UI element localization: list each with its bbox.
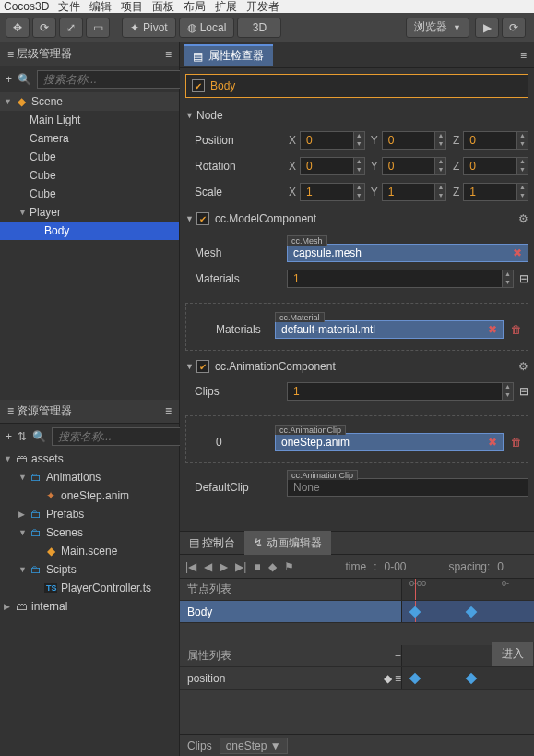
clips-count-input[interactable] (287, 382, 514, 401)
clear-icon[interactable]: ✖ (488, 323, 497, 336)
keyframe[interactable] (466, 606, 478, 618)
model-component-header[interactable]: ▼✔cc.ModelComponent⚙ (185, 209, 528, 229)
add-node-button[interactable]: + (6, 73, 12, 86)
node-name[interactable]: Body (210, 79, 235, 92)
hierarchy-item[interactable]: Main Light (0, 111, 179, 129)
assets-tools: + ⇅ 🔍 ⤢ ⟳ (0, 424, 179, 450)
mesh-asset-field[interactable]: capsule.mesh✖ (287, 244, 528, 262)
console-tab[interactable]: ▤ 控制台 (180, 531, 244, 555)
play-button[interactable]: ▶ (475, 18, 499, 38)
default-clip-field[interactable]: None (287, 478, 528, 497)
enter-edit-mode-button[interactable]: 进入 (492, 642, 534, 666)
spinner-up[interactable]: ▲ (353, 132, 364, 140)
panel-menu-icon[interactable]: ≡ (520, 49, 534, 62)
asset-row[interactable]: ▼🗃assets (0, 450, 179, 468)
sort-icon[interactable]: ⇅ (18, 430, 27, 443)
asset-row[interactable]: ▶🗀Prefabs (0, 505, 179, 523)
anim-editor-icon: ↯ (254, 536, 263, 549)
hierarchy-item-body[interactable]: Body (0, 222, 179, 240)
animation-component-header[interactable]: ▼✔cc.AnimationComponent⚙ (185, 356, 528, 377)
menu-bar: Cocos3D 文件 编辑 项目 面板 布局 扩展 开发者 (0, 0, 534, 13)
menu-file[interactable]: 文件 (58, 0, 80, 15)
time-label: time (346, 560, 367, 573)
hierarchy-search-input[interactable] (37, 70, 189, 89)
scene-root-row[interactable]: ▼◆Scene (0, 92, 179, 111)
materials-count-input[interactable] (287, 270, 514, 288)
clip-asset-field[interactable]: oneStep.anim✖ (275, 433, 504, 451)
material-asset-field[interactable]: default-material.mtl✖ (275, 320, 504, 339)
hierarchy-item-player[interactable]: ▼Player (0, 203, 179, 222)
inspector-tab[interactable]: ▤属性检查器 (184, 44, 273, 66)
gear-icon[interactable]: ⚙ (518, 360, 528, 373)
add-asset-button[interactable]: + (6, 430, 12, 443)
hierarchy-item[interactable]: Cube (0, 166, 179, 185)
gear-icon[interactable]: ⚙ (518, 212, 528, 225)
pivot-toggle[interactable]: ✦Pivot (122, 18, 176, 38)
hierarchy-tools: + 🔍 ⤢ ⟳ (0, 66, 179, 92)
stop-button[interactable]: ■ (254, 560, 260, 573)
panel-menu-icon[interactable]: ≡ (165, 48, 172, 61)
add-event-button[interactable]: ⚑ (284, 560, 294, 573)
material-element-row: Materials cc.Material default-material.m… (192, 318, 522, 341)
trash-icon[interactable]: 🗑 (511, 436, 522, 449)
trash-icon[interactable]: 🗑 (511, 323, 522, 336)
rect-tool-button[interactable]: ▭ (86, 18, 110, 38)
anim-enabled-checkbox[interactable]: ✔ (196, 360, 209, 373)
refresh-button[interactable]: ⟳ (502, 18, 526, 38)
node-enabled-checkbox[interactable]: ✔ (192, 79, 205, 92)
mode-toggle[interactable]: 3D (237, 18, 281, 38)
asset-row[interactable]: ▼🗀Scipts (0, 560, 179, 579)
menu-panel[interactable]: 面板 (152, 0, 174, 15)
animation-editor-tab[interactable]: ↯ 动画编辑器 (244, 531, 330, 555)
collapse-array-icon[interactable]: ⊟ (519, 385, 528, 398)
menu-project[interactable]: 项目 (121, 0, 143, 15)
clear-icon[interactable]: ✖ (488, 436, 497, 449)
asset-row[interactable]: ▼🗀Animations (0, 468, 179, 486)
timeline-ruler[interactable]: 0-00 0- (401, 579, 534, 600)
add-keyframe-button[interactable]: ◆ (268, 560, 277, 573)
hierarchy-item[interactable]: Cube (0, 148, 179, 166)
preview-target-dropdown[interactable]: 浏览器▼ (406, 18, 469, 38)
timeline-node-row-body[interactable]: Body (180, 601, 534, 623)
model-enabled-checkbox[interactable]: ✔ (196, 212, 209, 225)
asset-row-scene[interactable]: ◆Main.scene (0, 542, 179, 560)
spacing-value: 0 (497, 560, 504, 573)
keyframe[interactable] (409, 606, 421, 618)
prev-frame-button[interactable]: ◀ (204, 560, 212, 573)
menu-edit[interactable]: 编辑 (89, 0, 112, 15)
position-track[interactable] (401, 667, 534, 689)
hierarchy-item[interactable]: Camera (0, 129, 179, 148)
body-track[interactable] (401, 601, 534, 622)
local-toggle[interactable]: ◍Local (179, 18, 235, 38)
inspector-body: ✔ Body ▼Node Position X ▲▼ Y ▲▼ Z ▲▼ (180, 68, 534, 531)
hierarchy-item[interactable]: Cube (0, 185, 179, 203)
mesh-type-tag: cc.Mesh (287, 235, 327, 246)
panel-menu-icon[interactable]: ≡ (165, 404, 172, 417)
timeline-property-row-position[interactable]: position◆ ≡ (180, 667, 534, 690)
asset-row-anim[interactable]: ✦oneStep.anim (0, 486, 179, 505)
first-frame-button[interactable]: |◀ (185, 560, 196, 573)
asset-row-script[interactable]: TSPlayerController.ts (0, 579, 179, 597)
menu-developer[interactable]: 开发者 (246, 0, 279, 15)
assets-panel-header: ≡ 资源管理器 ≡ (0, 400, 179, 424)
menu-layout[interactable]: 布局 (184, 0, 206, 15)
clear-icon[interactable]: ✖ (513, 246, 522, 259)
node-section-header[interactable]: ▼Node (185, 105, 528, 126)
add-property-button[interactable]: + (395, 650, 401, 663)
asset-row-internal[interactable]: ▶🗃internal (0, 597, 179, 616)
keyframe[interactable] (409, 672, 421, 684)
rotate-tool-button[interactable]: ⟳ (32, 18, 56, 38)
play-anim-button[interactable]: ▶ (220, 560, 228, 573)
clip-selector[interactable]: oneStep ▼ (220, 738, 288, 754)
hierarchy-tree: ▼◆Scene Main Light Camera Cube Cube Cube… (0, 92, 179, 400)
scale-row: Scale X ▲▼ Y ▲▼ Z ▲▼ (185, 181, 528, 203)
next-frame-button[interactable]: ▶| (235, 560, 246, 573)
collapse-array-icon[interactable]: ⊟ (519, 272, 528, 285)
asset-row[interactable]: ▼🗀Scenes (0, 523, 179, 542)
scale-tool-button[interactable]: ⤢ (59, 18, 83, 38)
spinner-down[interactable]: ▼ (353, 140, 364, 149)
menu-extension[interactable]: 扩展 (215, 0, 237, 15)
move-tool-button[interactable]: ✥ (6, 18, 30, 38)
keyframe[interactable] (466, 672, 478, 684)
playhead[interactable] (415, 579, 416, 600)
